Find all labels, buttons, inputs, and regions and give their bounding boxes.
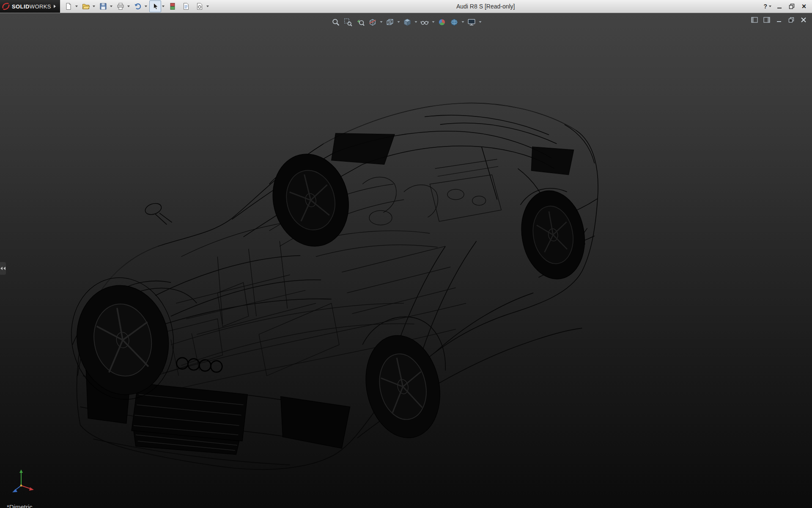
open-button[interactable] [80,0,92,12]
view-settings-dropdown[interactable] [478,17,482,28]
new-document-icon [64,2,73,11]
view-orientation-button[interactable] [384,17,395,28]
graphics-viewport[interactable]: *Dimetric [0,13,812,508]
view-settings-monitor-icon [467,18,476,27]
close-icon: × [802,3,807,10]
heads-up-toolbar [330,17,482,28]
minimize-icon [776,3,783,10]
help-dropdown[interactable] [768,1,772,12]
expand-left-pane-icon [751,16,758,24]
zoom-to-area-icon [343,18,352,27]
document-window-controls [750,16,808,24]
titlebar-controls: ? × [763,1,809,12]
view-orientation-dropdown[interactable] [397,17,401,28]
expand-right-pane-button[interactable] [763,16,771,24]
hide-show-glasses-icon [420,18,429,27]
collapse-arrow-icon [3,267,5,270]
orientation-triad-icon [8,468,36,496]
close-button[interactable]: × [799,2,809,11]
select-button[interactable] [149,0,161,12]
main-toolbar [63,0,211,12]
help-button[interactable]: ? [763,1,772,12]
previous-view-icon [356,18,365,27]
edit-appearance-button[interactable] [436,17,447,28]
solidworks-wordmark: SOLIDWORKS [12,3,51,10]
section-view-button[interactable] [367,17,378,28]
view-orientation-label: *Dimetric [7,503,33,508]
document-title: Audi R8 S [Read-only] [211,3,760,10]
rebuild-button[interactable] [167,0,178,12]
previous-view-button[interactable] [355,17,366,28]
hide-show-items-dropdown[interactable] [431,17,435,28]
solidworks-logo: SOLIDWORKS [0,0,60,13]
zoom-to-fit-button[interactable] [330,17,341,28]
open-folder-icon [82,2,90,11]
edit-appearance-ball-icon [437,18,446,27]
options-dropdown[interactable] [206,1,209,12]
print-icon [116,2,125,11]
open-dropdown[interactable] [92,1,96,12]
save-floppy-icon [99,2,107,11]
menu-expand-arrow-icon[interactable] [54,5,56,8]
collapse-arrow-icon [0,267,3,270]
apply-scene-dropdown[interactable] [461,17,465,28]
restore-icon [788,3,795,10]
save-dropdown[interactable] [109,1,113,12]
solidworks-logo-icon [2,2,10,11]
print-dropdown[interactable] [126,1,130,12]
zoom-to-area-button[interactable] [343,17,354,28]
new-document-button[interactable] [63,0,74,12]
options-gear-icon [195,2,204,11]
doc-close-icon [800,16,807,24]
file-properties-button[interactable] [180,0,192,12]
doc-minimize-icon [775,16,783,24]
doc-restore-icon [787,16,795,24]
save-button[interactable] [97,0,109,12]
select-cursor-icon [151,2,159,11]
hide-show-items-button[interactable] [419,17,430,28]
zoom-to-fit-icon [331,18,340,27]
feature-manager-collapse-handle[interactable] [0,262,6,275]
undo-dropdown[interactable] [144,1,148,12]
help-glyph: ? [763,3,767,10]
expand-right-pane-icon [763,16,771,24]
solidworks-window: SOLIDWORKS [0,0,812,508]
display-style-icon [403,18,411,27]
print-button[interactable] [115,0,126,12]
titlebar: SOLIDWORKS [0,0,812,13]
new-document-dropdown[interactable] [74,1,78,12]
section-view-dropdown[interactable] [379,17,383,28]
view-settings-button[interactable] [466,17,477,28]
apply-scene-globe-icon [450,18,458,27]
options-button[interactable] [194,0,206,12]
orientation-triad[interactable] [8,468,36,497]
section-view-icon [368,18,377,27]
display-style-button[interactable] [402,17,413,28]
doc-restore-button[interactable] [787,16,796,24]
apply-scene-button[interactable] [449,17,460,28]
view-orientation-cube-icon [385,18,394,27]
file-properties-icon [182,2,190,11]
undo-button[interactable] [132,0,144,12]
minimize-button[interactable] [775,2,784,11]
rebuild-icon [168,2,177,11]
restore-button[interactable] [787,2,796,11]
doc-close-button[interactable] [799,16,808,24]
expand-left-pane-button[interactable] [750,16,759,24]
display-style-dropdown[interactable] [414,17,418,28]
car-wireframe-model [0,13,812,508]
select-dropdown[interactable] [161,1,165,12]
doc-minimize-button[interactable] [775,16,783,24]
undo-arrow-icon [134,2,142,11]
